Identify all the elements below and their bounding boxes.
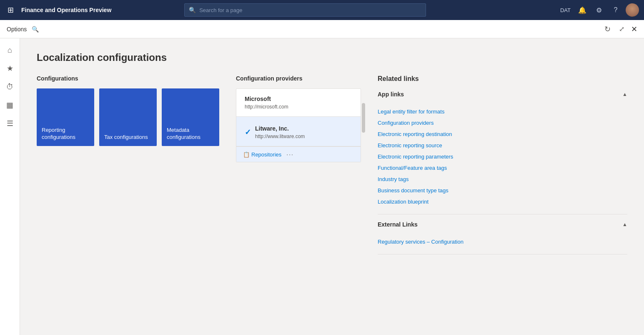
provider-selected-checkmark: ✓ [245,128,251,137]
related-divider-1 [378,214,627,214]
main-layout: ⌂ ★ ⏱ ▦ ☰ Localization configurations Co… [0,38,644,335]
options-search-icon[interactable]: 🔍 [32,26,39,33]
link-electronic-reporting-parameters[interactable]: Electronic reporting parameters [378,151,627,162]
repositories-link[interactable]: 📋 Repositories [243,151,281,158]
dat-label: DAT [560,7,571,13]
link-regulatory-services[interactable]: Regulatory services – Configuration [378,236,627,247]
sections-row: Configurations Reporting configurations … [37,75,627,261]
search-input[interactable] [199,7,421,13]
search-icon: 🔍 [189,7,196,13]
link-electronic-reporting-source[interactable]: Electronic reporting source [378,140,627,151]
external-links-chevron[interactable]: ▲ [622,222,627,227]
sidebar-item-recent[interactable]: ⏱ [2,78,18,95]
settings-button[interactable]: ⚙ [592,3,606,17]
options-label: Options [7,26,27,33]
sidebar-item-favorites[interactable]: ★ [2,60,18,77]
app-links-group: App links ▲ Legal entity filter for form… [378,91,627,207]
related-divider-2 [378,254,627,254]
provider-litware-selected-row: ✓ Litware, Inc. http://www.litware.com [245,125,352,139]
tile-tax-configurations[interactable]: Tax configurations [99,88,157,146]
link-electronic-reporting-destination[interactable]: Electronic reporting destination [378,128,627,140]
open-new-button[interactable]: ⤢ [617,23,626,35]
provider-microsoft-name: Microsoft [245,96,352,102]
top-bar-right-icons: DAT 🔔 ⚙ ? [560,3,639,17]
refresh-button[interactable]: ↻ [603,23,612,35]
sidebar-item-workspaces[interactable]: ▦ [2,97,18,113]
sidebar-item-home[interactable]: ⌂ [2,42,18,58]
link-functional-feature-tags[interactable]: Functional/Feature area tags [378,162,627,174]
notification-button[interactable]: 🔔 [576,3,589,17]
help-button[interactable]: ? [609,3,622,17]
provider-litware-url: http://www.litware.com [255,133,305,139]
sidebar-item-modules[interactable]: ☰ [2,115,18,132]
external-links-group-title: External Links [378,221,418,228]
app-links-chevron[interactable]: ▲ [622,91,627,97]
link-business-document-type-tags[interactable]: Business document type tags [378,185,627,196]
related-links-title: Related links [378,75,627,83]
provider-litware[interactable]: ✓ Litware, Inc. http://www.litware.com [236,117,361,146]
config-providers-section: Configuration providers Microsoft http:/… [236,75,361,162]
search-bar-container: 🔍 [184,3,426,17]
config-providers-section-title: Configuration providers [236,75,361,82]
grid-icon[interactable]: ⊞ [5,3,16,17]
tile-metadata-configurations[interactable]: Metadata configurations [162,88,219,146]
external-links-header: External Links ▲ [378,221,627,232]
main-content-area: Localization configurations Configuratio… [20,38,644,335]
related-links-section: Related links App links ▲ Legal entity f… [378,75,627,261]
repositories-icon: 📋 [243,151,250,158]
options-bar-right: ↻ ⤢ ✕ [603,23,637,35]
close-button[interactable]: ✕ [631,25,637,34]
providers-list: Microsoft http://microsoft.com ✓ Litware… [236,88,361,162]
app-links-group-title: App links [378,91,404,98]
provider-actions-row: 📋 Repositories ··· [236,146,361,162]
app-links-header: App links ▲ [378,91,627,102]
sidebar: ⌂ ★ ⏱ ▦ ☰ [0,38,20,335]
provider-microsoft[interactable]: Microsoft http://microsoft.com [236,89,361,117]
page-title: Localization configurations [37,52,627,63]
provider-microsoft-url: http://microsoft.com [245,104,352,110]
app-title: Finance and Operations Preview [21,7,111,13]
external-links-group: External Links ▲ Regulatory services – C… [378,221,627,247]
scroll-thumb [362,103,365,133]
link-localization-blueprint[interactable]: Localization blueprint [378,196,627,207]
options-bar: Options 🔍 ↻ ⤢ ✕ [0,20,644,38]
link-industry-tags[interactable]: Industry tags [378,174,627,185]
configurations-section: Configurations Reporting configurations … [37,75,219,146]
user-avatar[interactable] [626,3,639,17]
link-legal-entity-filter[interactable]: Legal entity filter for formats [378,106,627,117]
top-navigation-bar: ⊞ Finance and Operations Preview 🔍 DAT 🔔… [0,0,644,20]
link-configuration-providers[interactable]: Configuration providers [378,117,627,128]
tile-reporting-configurations[interactable]: Reporting configurations [37,88,94,146]
scroll-bar[interactable] [362,88,365,162]
configurations-section-title: Configurations [37,75,219,82]
provider-litware-name: Litware, Inc. [255,125,305,132]
avatar-image [626,3,639,17]
providers-scroll-wrapper: Microsoft http://microsoft.com ✓ Litware… [236,88,361,162]
config-tiles-container: Reporting configurations Tax configurati… [37,88,219,146]
provider-more-options[interactable]: ··· [286,151,294,158]
